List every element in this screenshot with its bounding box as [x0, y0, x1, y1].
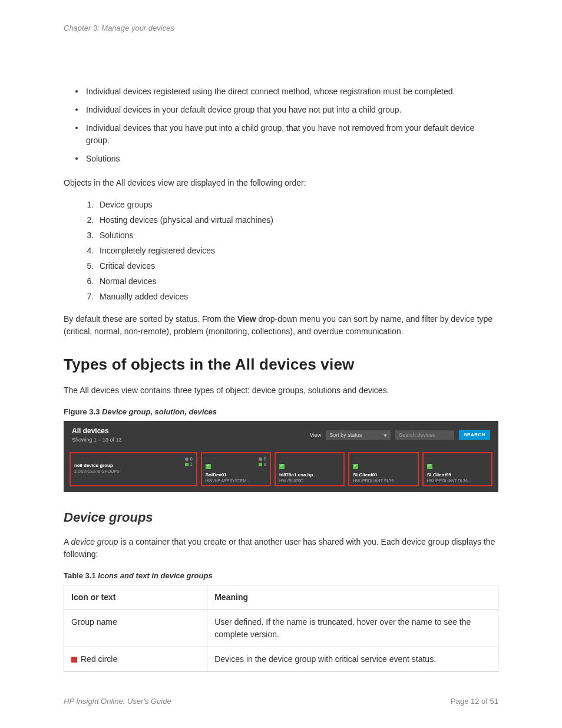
text-italic: device group	[71, 537, 118, 546]
list-item: Solutions	[96, 230, 498, 240]
view-label: View	[310, 432, 321, 438]
table-cell: Devices in the device group with critica…	[207, 647, 498, 672]
table-header-row: Icon or text Meaning	[64, 585, 498, 610]
text-run: is a container that you create or that a…	[64, 537, 495, 559]
footer-title: HP Insight Online: User's Guide	[64, 697, 171, 706]
list-item: Hosting devices (physical and virtual ma…	[96, 215, 498, 225]
text-run: By default these are sorted by status. F…	[64, 314, 237, 324]
caption-title: Icons and text in device groups	[98, 571, 212, 580]
device-card[interactable]: SLClient01 HW /PROLIANT SL39...	[348, 452, 418, 486]
device-card[interactable]: bl870c1.usa.hp... HW /BL870C	[275, 452, 345, 486]
card-name: bl870c1.usa.hp...	[279, 472, 340, 477]
card-subtitle: HW /HP APPSYSTEM ...	[206, 479, 266, 483]
sort-dropdown[interactable]: Sort by status	[326, 430, 391, 440]
figure-title: All devices	[72, 427, 122, 435]
card-name: SolDev01	[206, 472, 266, 477]
page-footer: HP Insight Online: User's Guide Page 12 …	[64, 697, 498, 706]
caption-title: Device group, solution, devices	[102, 407, 217, 416]
card-subtitle: HW /PROLIANT DL36...	[427, 479, 488, 483]
card-subtitle: 3 DEVICES /0 GROUPS	[74, 469, 193, 473]
list-item: Individual devices that you have put int…	[75, 122, 498, 147]
red-circle-icon	[71, 657, 77, 663]
list-item: Critical devices	[96, 261, 498, 271]
card-name: neil device group	[74, 463, 193, 468]
subsection-heading: Device groups	[64, 510, 498, 525]
check-icon	[279, 464, 285, 469]
table-cell: Red circle	[64, 647, 207, 672]
card-name: SLClient01	[353, 472, 414, 477]
body-text: By default these are sorted by status. F…	[64, 313, 498, 338]
text-bold: View	[237, 314, 256, 324]
device-card[interactable]: SLClient99 HW /PROLIANT DL36...	[422, 452, 492, 486]
table-row: Group name User defined. If the name is …	[64, 610, 498, 647]
icon-label: Red circle	[81, 654, 117, 664]
status-count: 2	[185, 462, 193, 466]
search-button[interactable]: SEARCH	[459, 430, 490, 440]
figure-screenshot: All devices Showing 1 – 13 of 13 View So…	[64, 421, 498, 492]
icons-table: Icon or text Meaning Group name User def…	[64, 585, 498, 672]
body-text: The All devices view contains three type…	[64, 384, 498, 397]
table-cell: User defined. If the name is truncated, …	[207, 610, 498, 647]
status-count: 0	[259, 457, 266, 461]
list-item: Solutions	[75, 153, 498, 165]
chapter-header: Chapter 3: Manage your devices	[64, 24, 498, 32]
list-item: Normal devices	[96, 276, 498, 286]
search-input[interactable]: Search devices	[395, 430, 454, 440]
body-text: Objects in the All devices view are disp…	[64, 177, 498, 189]
list-item: Manually added devices	[96, 292, 498, 301]
table-header: Icon or text	[64, 585, 207, 610]
list-item: Individual devices in your default devic…	[75, 104, 498, 116]
caption-number: Table 3.1	[64, 571, 98, 580]
table-caption: Table 3.1 Icons and text in device group…	[64, 571, 498, 580]
check-icon	[353, 464, 358, 469]
body-text: A device group is a container that you c…	[64, 536, 498, 561]
caption-number: Figure 3.3	[64, 407, 102, 416]
card-subtitle: HW /BL870C	[279, 479, 340, 483]
figure-caption: Figure 3.3 Device group, solution, devic…	[64, 407, 498, 416]
figure-subtitle: Showing 1 – 13 of 13	[72, 437, 122, 443]
table-row: Red circle Devices in the device group w…	[64, 647, 498, 672]
device-group-card[interactable]: 02 neil device group 3 DEVICES /0 GROUPS	[70, 452, 197, 486]
card-subtitle: HW /PROLIANT SL39...	[353, 479, 414, 483]
table-cell: Group name	[64, 610, 207, 647]
text-run: A	[64, 537, 71, 546]
check-icon	[427, 464, 432, 469]
list-item: Individual devices registered using the …	[75, 85, 498, 98]
page-number: Page 12 of 51	[451, 697, 498, 706]
list-item: Incompletely registered devices	[96, 246, 498, 255]
card-name: SLClient99	[427, 472, 488, 477]
table-header: Meaning	[207, 585, 498, 610]
status-count: 0	[185, 457, 193, 461]
bullet-list-1: Individual devices registered using the …	[75, 85, 498, 165]
status-count: 8	[259, 462, 266, 466]
list-item: Device groups	[96, 200, 498, 209]
ordered-list-1: Device groups Hosting devices (physical …	[87, 200, 498, 301]
solution-card[interactable]: 08 SolDev01 HW /HP APPSYSTEM ...	[201, 452, 271, 486]
check-icon	[206, 464, 211, 469]
section-heading: Types of objects in the All devices view	[64, 355, 498, 374]
